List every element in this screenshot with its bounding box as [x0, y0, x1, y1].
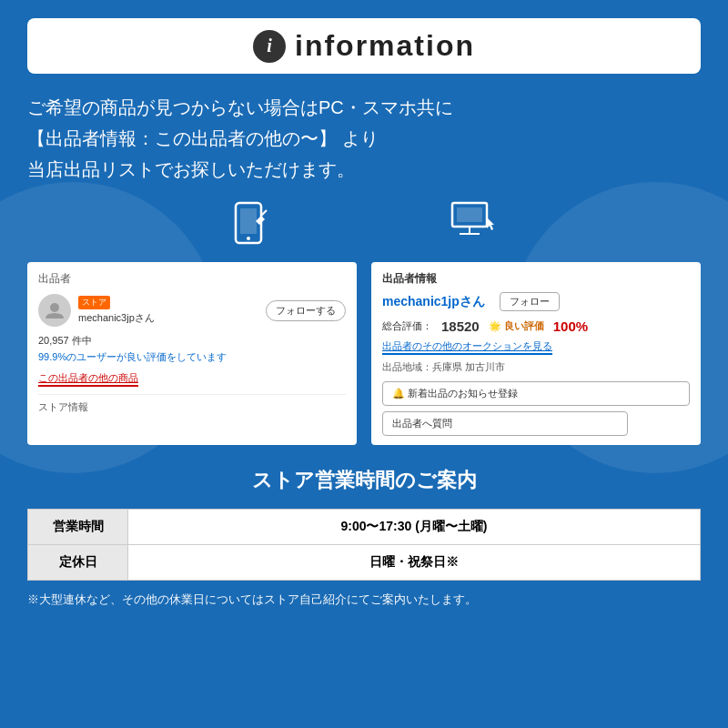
svg-point-2: [247, 237, 250, 240]
other-items-link[interactable]: この出品者の他の商品: [38, 371, 138, 387]
main-text-line3: 当店出品リストでお探しいただけます。: [27, 154, 701, 185]
info-header: i information: [27, 18, 701, 74]
rating-number: 18520: [441, 318, 480, 334]
main-text-line2: 【出品者情報：この出品者の他の〜】 より: [27, 123, 701, 154]
good-rating-label: 🌟 良い評価: [489, 319, 544, 333]
auction-link[interactable]: 出品者のその他のオークションを見る: [382, 339, 552, 355]
hours-row-2: 定休日 日曜・祝祭日※: [28, 545, 701, 581]
mobile-screenshot: 出品者 ストア mechanic3jpさん フォローする 20,957 件中 9…: [27, 262, 357, 445]
hours-value-2: 日曜・祝祭日※: [128, 545, 701, 581]
rating-label: 総合評価：: [382, 319, 432, 333]
good-rating-pct: 100%: [553, 318, 588, 334]
store-hours-title: ストア営業時間のご案内: [27, 467, 701, 494]
hours-value-1: 9:00〜17:30 (月曜〜土曜): [128, 510, 701, 545]
main-text-line1: ご希望の商品が見つからない場合はPC・スマホ共に: [27, 92, 701, 123]
seller-row-right: mechanic1jpさん フォロー: [382, 292, 690, 311]
svg-rect-1: [240, 208, 257, 234]
store-hours-section: ストア営業時間のご案内 営業時間 9:00〜17:30 (月曜〜土曜) 定休日 …: [27, 467, 701, 608]
device-icons-row: [27, 201, 701, 253]
store-info-left: ストア情報: [38, 394, 346, 414]
seller-avatar-left: [38, 294, 71, 327]
info-icon: i: [253, 30, 286, 63]
follow-button-right[interactable]: フォロー: [500, 292, 560, 311]
store-badge: ストア: [78, 296, 110, 309]
page-title: information: [295, 29, 475, 63]
seller-info-left: ストア mechanic3jpさん: [78, 296, 155, 325]
follow-button-left[interactable]: フォローする: [266, 300, 346, 321]
hours-label-1: 営業時間: [28, 510, 128, 545]
pc-screenshot: 出品者情報 mechanic1jpさん フォロー 総合評価： 18520 🌟 良…: [371, 262, 701, 445]
hours-label-2: 定休日: [28, 545, 128, 581]
rating-row-right: 総合評価： 18520 🌟 良い評価 100%: [382, 318, 690, 334]
footnote-text: ※大型連休など、その他の休業日についてはストア自己紹介にてご案内いたします。: [27, 592, 701, 608]
svg-rect-5: [457, 207, 482, 222]
hours-row-1: 営業時間 9:00〜17:30 (月曜〜土曜): [28, 510, 701, 545]
right-section-title: 出品者情報: [382, 271, 690, 287]
computer-icon: [450, 201, 496, 253]
hours-table: 営業時間 9:00〜17:30 (月曜〜土曜) 定休日 日曜・祝祭日※: [27, 509, 701, 581]
rating-percent-left: 99.9%のユーザーが良い評価をしています: [38, 350, 346, 364]
seller-name-right: mechanic1jpさん: [382, 294, 485, 310]
smartphone-icon: [232, 201, 268, 253]
rating-count-left: 20,957 件中: [38, 334, 346, 348]
left-section-title: 出品者: [38, 271, 346, 287]
screenshots-row: 出品者 ストア mechanic3jpさん フォローする 20,957 件中 9…: [27, 262, 701, 445]
main-description: ご希望の商品が見つからない場合はPC・スマホ共に 【出品者情報：この出品者の他の…: [27, 92, 701, 185]
seller-name-left: mechanic3jpさん: [78, 311, 155, 325]
svg-point-8: [50, 303, 59, 312]
notification-button[interactable]: 🔔 新着出品のお知らせ登録: [382, 381, 690, 406]
seller-row-left: ストア mechanic3jpさん フォローする: [38, 294, 346, 327]
question-button[interactable]: 出品者へ質問: [382, 411, 628, 436]
location-text: 出品地域：兵庫県 加古川市: [382, 360, 690, 374]
